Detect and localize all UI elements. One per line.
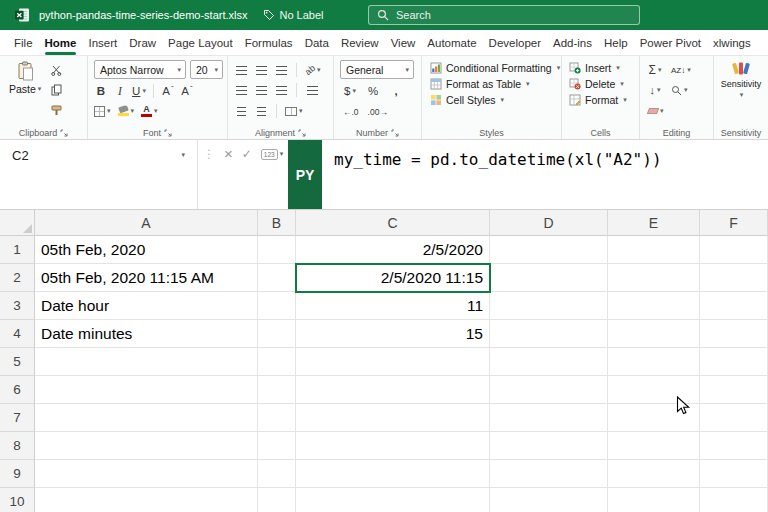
cell-C8[interactable] (296, 432, 490, 460)
cell-A4[interactable]: Date minutes (35, 320, 258, 348)
cell-D7[interactable] (490, 404, 608, 432)
tab-review[interactable]: Review (335, 30, 385, 55)
tab-add-ins[interactable]: Add-ins (547, 30, 598, 55)
cell-D8[interactable] (490, 432, 608, 460)
find-select-button[interactable]: ▾ (671, 82, 688, 98)
font-size-select[interactable]: 20▾ (190, 60, 223, 79)
tab-insert[interactable]: Insert (82, 30, 123, 55)
clear-button[interactable]: ▾ (648, 103, 664, 119)
tab-page-layout[interactable]: Page Layout (162, 30, 239, 55)
cell-E9[interactable] (608, 460, 700, 488)
delete-cells-button[interactable]: Delete▾ (569, 78, 639, 90)
cell-D9[interactable] (490, 460, 608, 488)
clipboard-dialog-launcher[interactable] (60, 129, 68, 137)
column-header-B[interactable]: B (258, 210, 296, 236)
cell-B5[interactable] (258, 348, 296, 376)
fill-button[interactable]: ↓▾ (648, 82, 662, 98)
row-header-5[interactable]: 5 (0, 348, 35, 376)
cell-F2[interactable] (700, 264, 768, 292)
row-header-9[interactable]: 9 (0, 460, 35, 488)
row-header-1[interactable]: 1 (0, 236, 35, 264)
number-format-select[interactable]: General▾ (340, 60, 414, 79)
cell-A10[interactable] (35, 488, 258, 512)
python-output-toggle[interactable]: 123▾ (261, 149, 283, 160)
name-box[interactable]: C2▾ (0, 140, 198, 209)
cell-D1[interactable] (490, 236, 608, 264)
cell-A6[interactable] (35, 376, 258, 404)
sensitivity-button[interactable]: Sensitivity ▾ (714, 56, 768, 99)
format-cells-button[interactable]: Format▾ (569, 94, 639, 106)
cell-A9[interactable] (35, 460, 258, 488)
cell-C10[interactable] (296, 488, 490, 512)
font-color-button[interactable]: A▾ (141, 103, 158, 119)
cell-C5[interactable] (296, 348, 490, 376)
insert-cells-button[interactable]: Insert▾ (569, 62, 639, 74)
cell-B1[interactable] (258, 236, 296, 264)
tab-formulas[interactable]: Formulas (239, 30, 299, 55)
cell-F10[interactable] (700, 488, 768, 512)
cell-E4[interactable] (608, 320, 700, 348)
tab-draw[interactable]: Draw (123, 30, 162, 55)
tab-help[interactable]: Help (598, 30, 634, 55)
column-header-E[interactable]: E (608, 210, 700, 236)
row-header-6[interactable]: 6 (0, 376, 35, 404)
underline-button[interactable]: U▾ (132, 83, 146, 99)
increase-decimal-button[interactable]: ←.0 (343, 104, 359, 120)
cell-B4[interactable] (258, 320, 296, 348)
sensitivity-label[interactable]: No Label (263, 9, 323, 21)
decrease-indent-button[interactable] (234, 103, 248, 119)
row-header-8[interactable]: 8 (0, 432, 35, 460)
cell-D6[interactable] (490, 376, 608, 404)
cell-D10[interactable] (490, 488, 608, 512)
cell-B9[interactable] (258, 460, 296, 488)
cell-E1[interactable] (608, 236, 700, 264)
tab-developer[interactable]: Developer (483, 30, 547, 55)
font-dialog-launcher[interactable] (164, 129, 172, 137)
decrease-decimal-button[interactable]: .00→ (368, 104, 388, 120)
column-header-F[interactable]: F (700, 210, 768, 236)
sort-filter-button[interactable]: AZ↓▾ (671, 62, 691, 78)
cell-F7[interactable] (700, 404, 768, 432)
cell-A2[interactable]: 05th Feb, 2020 11:15 AM (35, 264, 258, 292)
center-button[interactable] (254, 82, 268, 98)
tab-data[interactable]: Data (299, 30, 335, 55)
merge-center-button[interactable]: ▾ (285, 103, 303, 119)
copy-button[interactable] (49, 82, 63, 98)
cell-C3[interactable]: 11 (296, 292, 490, 320)
cell-C9[interactable] (296, 460, 490, 488)
font-name-select[interactable]: Aptos Narrow▾ (94, 60, 186, 79)
cell-E10[interactable] (608, 488, 700, 512)
autosum-button[interactable]: Σ▾ (648, 62, 662, 78)
cell-D2[interactable] (490, 264, 608, 292)
cell-D5[interactable] (490, 348, 608, 376)
row-header-10[interactable]: 10 (0, 488, 35, 512)
wrap-text-button[interactable] (305, 82, 319, 98)
tab-power-pivot[interactable]: Power Pivot (634, 30, 707, 55)
tab-file[interactable]: File (8, 30, 39, 55)
cell-F5[interactable] (700, 348, 768, 376)
italic-button[interactable]: I (113, 83, 127, 99)
cell-C7[interactable] (296, 404, 490, 432)
cell-E5[interactable] (608, 348, 700, 376)
cell-F9[interactable] (700, 460, 768, 488)
cell-D4[interactable] (490, 320, 608, 348)
number-dialog-launcher[interactable] (391, 129, 399, 137)
cell-F4[interactable] (700, 320, 768, 348)
cell-A3[interactable]: Date hour (35, 292, 258, 320)
cancel-icon[interactable]: × (224, 147, 233, 161)
formula-bar-drag-handle[interactable]: ⋮ (203, 147, 215, 161)
tab-home[interactable]: Home (39, 30, 83, 55)
tab-automate[interactable]: Automate (421, 30, 482, 55)
cell-F6[interactable] (700, 376, 768, 404)
row-header-4[interactable]: 4 (0, 320, 35, 348)
bold-button[interactable]: B (94, 83, 108, 99)
cell-D3[interactable] (490, 292, 608, 320)
percent-style-button[interactable]: % (366, 83, 380, 99)
cell-B10[interactable] (258, 488, 296, 512)
top-align-button[interactable] (234, 62, 248, 78)
format-painter-button[interactable] (49, 102, 63, 118)
cell-F1[interactable] (700, 236, 768, 264)
alignment-dialog-launcher[interactable] (298, 129, 306, 137)
orientation-button[interactable]: ab▾ (305, 62, 321, 78)
column-header-D[interactable]: D (490, 210, 608, 236)
